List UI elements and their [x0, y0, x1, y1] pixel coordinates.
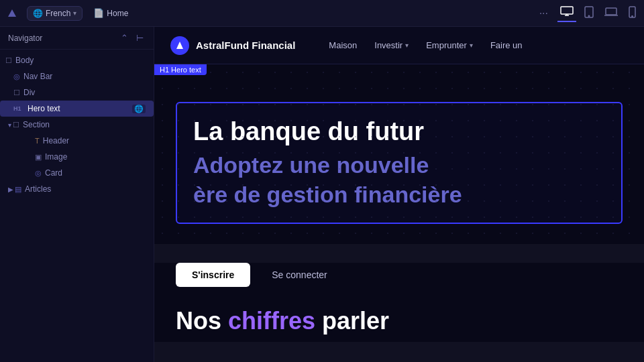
- div-icon: ☐: [13, 88, 20, 97]
- mobile-device-icon[interactable]: [626, 5, 639, 22]
- div-label: Div: [23, 88, 35, 97]
- svg-point-2: [588, 15, 589, 16]
- desktop-device-icon[interactable]: [557, 5, 576, 22]
- tree-item-hero-text[interactable]: H1 Hero text 🌐: [0, 101, 154, 117]
- body-label: Body: [15, 56, 34, 65]
- tree-item-articles[interactable]: ▶ ▤ Articles: [0, 181, 154, 197]
- header-label: Header: [43, 136, 69, 145]
- tree-item-div[interactable]: ☐ Div: [0, 84, 154, 101]
- hero-text-box: La banque du futur Adoptez une nouvelleè…: [176, 102, 623, 224]
- nav-link-maison-label: Maison: [329, 40, 357, 50]
- laptop-device-icon[interactable]: [602, 5, 621, 21]
- device-selector: [557, 5, 639, 22]
- site-logo: AstralFund Financial: [170, 36, 295, 55]
- articles-label: Articles: [25, 184, 51, 194]
- svg-rect-3: [606, 8, 616, 15]
- nav-link-emprunter[interactable]: Emprunter ▾: [419, 36, 480, 54]
- tree-list: ☐ Body ◎ Nav Bar ☐ Div H1 Hero text 🌐: [0, 50, 154, 362]
- navbar-icon: ◎: [13, 72, 20, 81]
- hero-title: La banque du futur: [193, 117, 605, 147]
- stats-highlight: chiffres: [228, 307, 315, 335]
- navigator-controls: ⌃ ⊢: [119, 32, 146, 44]
- globe-badge-icon: 🌐: [132, 105, 146, 113]
- language-selector[interactable]: 🌐 French ▾: [27, 6, 83, 21]
- navigator-label: Navigator: [8, 34, 42, 43]
- stats-teaser: Nos chiffres parler: [154, 287, 644, 342]
- hero-text-label: Hero text: [28, 104, 60, 113]
- dropdown-chevron-icon: ▾: [73, 9, 76, 17]
- site-logo-text: AstralFund Financial: [196, 40, 295, 51]
- card-label: Card: [45, 168, 62, 178]
- tree-item-card[interactable]: ◎ Card: [0, 165, 154, 181]
- stats-suffix: parler: [315, 307, 389, 335]
- hero-subtitle: Adoptez une nouvelleère de gestion finan…: [193, 150, 605, 209]
- tree-item-image[interactable]: ▣ Image: [0, 149, 154, 165]
- nav-link-faire[interactable]: Faire un: [484, 36, 529, 54]
- h1-icon: H1: [13, 105, 24, 112]
- navigator-up-button[interactable]: ⌃: [119, 32, 130, 44]
- tree-item-body[interactable]: ☐ Body: [0, 52, 154, 68]
- card-icon: ◎: [35, 169, 42, 178]
- tree-item-header[interactable]: T Header: [0, 133, 154, 149]
- hero-section: H1 Hero text La banque du futur Adoptez …: [154, 64, 644, 244]
- sidebar: Navigator ⌃ ⊢ ☐ Body ◎ Nav Bar ☐: [0, 27, 154, 362]
- body-icon: ☐: [5, 56, 12, 65]
- site-nav-links: Maison Investir ▾ Emprunter ▾ Faire un: [322, 36, 529, 54]
- h1-hero-badge: H1 Hero text: [154, 64, 207, 75]
- site-navbar: AstralFund Financial Maison Investir ▾ E…: [154, 27, 644, 64]
- nav-link-emprunter-label: Emprunter: [426, 40, 467, 50]
- home-button[interactable]: 📄 Home: [88, 6, 133, 20]
- articles-icon: ▤: [15, 185, 21, 194]
- navigator-header: Navigator ⌃ ⊢: [0, 27, 154, 50]
- login-button[interactable]: Se connecter: [261, 263, 338, 287]
- nav-link-investir[interactable]: Investir ▾: [368, 36, 415, 54]
- nav-link-maison[interactable]: Maison: [322, 36, 364, 54]
- emprunter-chevron-icon: ▾: [470, 42, 473, 49]
- home-label: Home: [107, 9, 128, 18]
- page-icon: 📄: [93, 8, 104, 18]
- preview-panel: AstralFund Financial Maison Investir ▾ E…: [154, 27, 644, 362]
- site-logo-icon: [170, 36, 189, 55]
- globe-icon: 🌐: [33, 9, 43, 18]
- section-chevron-icon: ▾: [8, 121, 11, 129]
- cta-row: S'inscrire Se connecter: [154, 263, 644, 287]
- tablet-device-icon[interactable]: [582, 5, 596, 22]
- svg-rect-0: [561, 7, 573, 14]
- more-options-button[interactable]: ···: [535, 7, 552, 19]
- articles-chevron-icon: ▶: [8, 186, 13, 193]
- signup-button[interactable]: S'inscrire: [176, 263, 250, 287]
- toolbar: 🌐 French ▾ 📄 Home ···: [0, 0, 644, 27]
- navbar-label: Nav Bar: [23, 72, 52, 81]
- stats-prefix: Nos: [176, 307, 228, 335]
- language-label: French: [46, 9, 70, 18]
- nav-link-faire-label: Faire un: [490, 40, 523, 50]
- stats-text: Nos chiffres parler: [176, 307, 623, 335]
- investir-chevron-icon: ▾: [405, 42, 409, 49]
- app-logo: [5, 7, 19, 20]
- tree-item-section[interactable]: ▾ ☐ Section: [0, 117, 154, 133]
- svg-point-5: [632, 15, 633, 16]
- image-icon: ▣: [35, 153, 42, 162]
- main-area: Navigator ⌃ ⊢ ☐ Body ◎ Nav Bar ☐: [0, 27, 644, 362]
- section-label: Section: [23, 120, 50, 129]
- navigator-expand-button[interactable]: ⊢: [134, 32, 146, 44]
- image-label: Image: [45, 152, 67, 162]
- header-icon: T: [35, 137, 40, 145]
- tree-item-navbar[interactable]: ◎ Nav Bar: [0, 68, 154, 84]
- nav-link-investir-label: Investir: [374, 40, 402, 50]
- section-icon: ☐: [13, 121, 19, 129]
